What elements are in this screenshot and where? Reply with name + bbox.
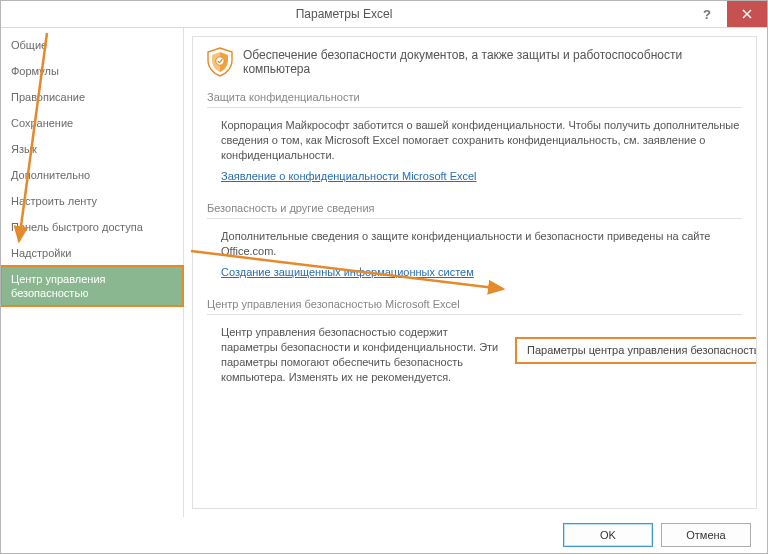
- sidebar-item-quick-access[interactable]: Панель быстрого доступа: [1, 214, 183, 240]
- privacy-statement-link[interactable]: Заявление о конфиденциальности Microsoft…: [221, 169, 477, 184]
- main-inner: Обеспечение безопасности документов, а т…: [192, 36, 757, 509]
- window-buttons: ?: [687, 1, 767, 27]
- section-privacy-text: Корпорация Майкрософт заботится о вашей …: [221, 118, 742, 163]
- dialog-footer: OK Отмена: [1, 517, 767, 553]
- dialog-body: Общие Формулы Правописание Сохранение Яз…: [1, 28, 767, 517]
- sidebar-item-customize-ribbon[interactable]: Настроить ленту: [1, 188, 183, 214]
- section-security-title: Безопасность и другие сведения: [207, 198, 742, 219]
- trust-center-settings-button[interactable]: Параметры центра управления безопасность…: [517, 339, 757, 362]
- close-icon: [742, 9, 752, 19]
- section-trust-center-body: Центр управления безопасностью содержит …: [207, 325, 742, 391]
- sidebar-item-language[interactable]: Язык: [1, 136, 183, 162]
- ok-button[interactable]: OK: [563, 523, 653, 547]
- trustworthy-computing-link[interactable]: Создание защищенных информационных систе…: [221, 265, 474, 280]
- window-title: Параметры Excel: [1, 7, 687, 21]
- category-sidebar: Общие Формулы Правописание Сохранение Яз…: [1, 28, 184, 517]
- section-trust-center-text: Центр управления безопасностью содержит …: [221, 325, 501, 385]
- titlebar: Параметры Excel ?: [1, 1, 767, 28]
- sidebar-item-trust-center[interactable]: Центр управления безопасностью: [1, 266, 183, 306]
- sidebar-item-formulas[interactable]: Формулы: [1, 58, 183, 84]
- excel-options-dialog: Параметры Excel ? Общие Формулы Правопис…: [0, 0, 768, 554]
- sidebar-item-save[interactable]: Сохранение: [1, 110, 183, 136]
- section-privacy-body: Корпорация Майкрософт заботится о вашей …: [207, 118, 742, 190]
- main-panel: Обеспечение безопасности документов, а т…: [184, 28, 767, 517]
- section-security-body: Дополнительные сведения о защите конфиде…: [207, 229, 742, 286]
- help-button[interactable]: ?: [687, 1, 727, 27]
- page-header-text: Обеспечение безопасности документов, а т…: [243, 48, 742, 76]
- page-header: Обеспечение безопасности документов, а т…: [207, 47, 742, 77]
- sidebar-item-proofing[interactable]: Правописание: [1, 84, 183, 110]
- sidebar-item-addins[interactable]: Надстройки: [1, 240, 183, 266]
- sidebar-item-advanced[interactable]: Дополнительно: [1, 162, 183, 188]
- section-security-text: Дополнительные сведения о защите конфиде…: [221, 229, 742, 259]
- section-trust-center-title: Центр управления безопасностью Microsoft…: [207, 294, 742, 315]
- sidebar-item-general[interactable]: Общие: [1, 32, 183, 58]
- section-privacy-title: Защита конфиденциальности: [207, 87, 742, 108]
- cancel-button[interactable]: Отмена: [661, 523, 751, 547]
- close-button[interactable]: [727, 1, 767, 27]
- shield-icon: [207, 47, 233, 77]
